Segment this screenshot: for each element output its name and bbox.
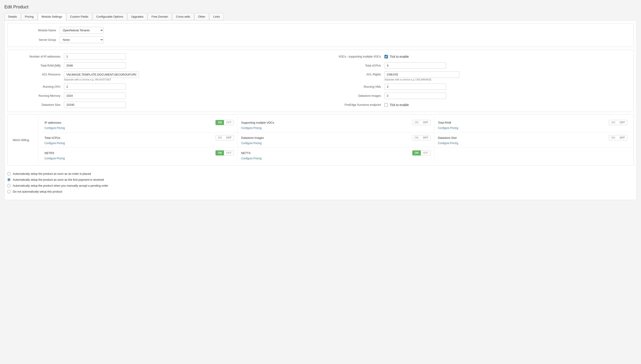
tab-details[interactable]: Details (5, 13, 21, 20)
tab-module-settings[interactable]: Module Settings (38, 13, 66, 20)
metric-nettx-name: NETTX (241, 151, 251, 155)
ip-input[interactable] (64, 53, 126, 60)
memory-input[interactable] (64, 92, 126, 99)
acl-rights-field-group: Separate with a comma e.g. USE,MANAGE (384, 72, 459, 81)
ram-label: Total RAM [MB] (11, 64, 64, 67)
metric-vdc-name: Supporting multiple VDCs (241, 121, 274, 124)
page-title: Edit Product (5, 4, 636, 10)
metric-dssize-header: Datastore Size ON OFF (438, 135, 627, 140)
metric-vcpus-header: Total vCPUs ON OFF (45, 135, 234, 140)
metric-dssize-pricing-link[interactable]: Configure Pricing (438, 142, 458, 145)
module-name-row: Module Name OpenNebula Tenants (11, 27, 630, 34)
tab-cross-sells[interactable]: Cross-sells (172, 13, 194, 20)
module-name-select[interactable]: OpenNebula Tenants (60, 27, 104, 34)
cpu-input[interactable] (64, 84, 126, 90)
dssize-input[interactable] (64, 102, 126, 108)
row-ram-vcpus: Total RAM [MB] Total vCPUs (11, 62, 630, 69)
server-group-row: Server Group None (11, 36, 630, 43)
acl-resource-help: Separate with a comma e.g. VM,HOST,NET (64, 78, 139, 81)
dsimages-half: Datastore Images (332, 92, 630, 99)
metric-dsimages-toggle[interactable]: ON OFF (412, 135, 431, 140)
vdc-checkbox-label: Tick to enable (390, 55, 409, 58)
metric-billing-section: Metric Billing IP addresses ON OFF Confi… (7, 114, 634, 166)
ram-input[interactable] (64, 62, 126, 69)
metric-nettx-pricing-link[interactable]: Configure Pricing (241, 157, 261, 160)
metric-ram-toggle[interactable]: ON OFF (609, 120, 627, 125)
metric-netrx-toggle[interactable]: ON OFF (215, 150, 234, 156)
radio-no-auto-label: Do not automatically setup this product (13, 190, 62, 193)
metric-ip-name: IP addresses (45, 121, 61, 124)
metric-vdc-toggle[interactable]: ON OFF (412, 120, 431, 125)
dsimages-input[interactable] (384, 92, 446, 99)
radio-auto-manual-label: Automatically setup the product when you… (13, 184, 108, 187)
tab-free-domain[interactable]: Free Domain (148, 13, 172, 20)
metric-netrx-pricing-link[interactable]: Configure Pricing (45, 157, 65, 160)
metric-row-0: IP addresses ON OFF Configure Pricing Su… (41, 117, 631, 132)
radio-no-auto: Do not automatically setup this product (7, 188, 634, 194)
toggle-off-label: OFF (421, 150, 430, 155)
fireedge-checkbox[interactable] (384, 103, 388, 107)
tab-configurable-options[interactable]: Configurable Options (93, 13, 127, 20)
vdc-half: VDCs - supporting multiple VDCs Tick to … (332, 53, 630, 60)
tab-links[interactable]: Links (209, 13, 224, 20)
tab-pricing[interactable]: Pricing (21, 13, 38, 20)
vms-label: Running VMs (332, 85, 384, 88)
metric-ram-name: Total RAM (438, 121, 451, 124)
dssize-half: Datastore Size (11, 102, 309, 108)
metric-netrx-name: NETRX (45, 151, 54, 155)
tab-custom-fields[interactable]: Custom Fields (66, 13, 92, 20)
module-section: Module Name OpenNebula Tenants Server Gr… (7, 23, 634, 47)
dssize-label: Datastore Size (11, 103, 64, 106)
ip-half: Number of IP addresses (11, 53, 309, 60)
metric-ip-toggle[interactable]: ON OFF (215, 120, 234, 125)
radio-auto-order-label: Automatically setup the product as soon … (13, 172, 91, 176)
row-ip-vdc: Number of IP addresses VDCs - supporting… (11, 53, 630, 60)
toggle-off-label: OFF (224, 135, 234, 140)
metric-total-ram: Total RAM ON OFF Configure Pricing (434, 117, 631, 132)
acl-rights-half: ACL Rights Separate with a comma e.g. US… (332, 72, 630, 81)
metric-vcpus-pricing-link[interactable]: Configure Pricing (45, 142, 65, 145)
metric-ip-pricing-link[interactable]: Configure Pricing (45, 126, 65, 130)
radio-auto-order: Automatically setup the product as soon … (7, 171, 634, 177)
radio-auto-order-input[interactable] (7, 172, 11, 176)
toggle-off-label: OFF (224, 150, 234, 155)
toggle-on-label: ON (412, 150, 421, 155)
metric-billing-grid: IP addresses ON OFF Configure Pricing Su… (38, 114, 633, 165)
toggle-off-label: OFF (421, 135, 430, 140)
metric-dssize-toggle[interactable]: ON OFF (609, 135, 627, 140)
toggle-off-label: OFF (421, 120, 430, 125)
server-group-select[interactable]: None (60, 36, 104, 43)
vms-input[interactable] (384, 84, 446, 90)
module-name-label: Module Name (11, 29, 60, 32)
metric-vcpus-toggle[interactable]: ON OFF (215, 135, 234, 140)
radio-auto-manual-input[interactable] (7, 184, 11, 187)
metric-dsimages-pricing-link[interactable]: Configure Pricing (241, 142, 261, 145)
fireedge-checkbox-group: Tick to enable (384, 103, 409, 107)
metric-ram-pricing-link[interactable]: Configure Pricing (438, 126, 458, 130)
toggle-off-label: OFF (617, 120, 627, 125)
tab-other[interactable]: Other (194, 13, 209, 20)
fireedge-label: FireEdge Sunstone endpoint (332, 103, 384, 106)
acl-rights-label: ACL Rights (332, 72, 384, 76)
vms-half: Running VMs (332, 84, 630, 90)
metric-nettx-toggle[interactable]: ON OFF (412, 150, 431, 156)
metric-ds-size: Datastore Size ON OFF Configure Pricing (434, 132, 631, 148)
toggle-on-label: ON (609, 135, 617, 140)
radio-auto-manual: Automatically setup the product when you… (7, 183, 634, 188)
vdc-label: VDCs - supporting multiple VDCs (332, 55, 384, 58)
tab-upgrades[interactable]: Upgrades (127, 13, 147, 20)
metric-row-2: NETRX ON OFF Configure Pricing NETTX ON … (41, 148, 631, 162)
radio-no-auto-input[interactable] (7, 190, 11, 193)
row-memory-dsimages: Running Memory Datastore Images (11, 92, 630, 99)
metric-vdc-header: Supporting multiple VDCs ON OFF (241, 120, 430, 125)
metric-netrx: NETRX ON OFF Configure Pricing (41, 148, 238, 162)
acl-resource-input[interactable] (64, 72, 139, 78)
metric-vdc-pricing-link[interactable]: Configure Pricing (241, 126, 261, 130)
vcpus-half: Total vCPUs (332, 62, 630, 69)
vdc-checkbox[interactable] (384, 55, 388, 58)
acl-rights-input[interactable] (384, 72, 459, 78)
toggle-on-label: ON (609, 120, 617, 125)
fireedge-checkbox-label: Tick to enable (390, 103, 409, 107)
radio-auto-payment-input[interactable] (7, 178, 11, 181)
vcpus-input[interactable] (384, 62, 446, 69)
